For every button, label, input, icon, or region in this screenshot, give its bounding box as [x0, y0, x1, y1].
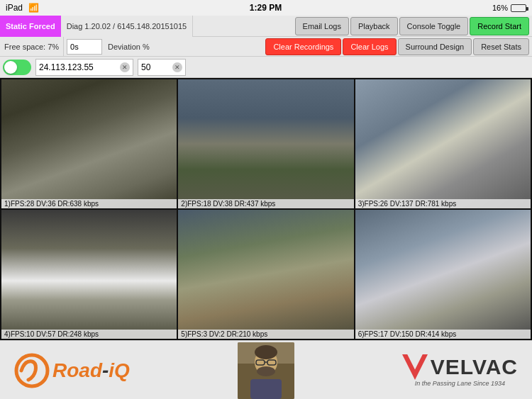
email-logs-button[interactable]: Email Logs — [295, 17, 349, 35]
velvac-logo: VELVAC In the Passing Lane Since 1934 — [402, 354, 518, 387]
status-bar: iPad 📶 1:29 PM 16% — [0, 0, 532, 16]
ip-input-wrap: ✕ — [35, 59, 133, 76]
diag-label: Diag 1.20.02 / 6145.148.20151015 — [61, 16, 193, 37]
deviation-label: Deviation % — [105, 43, 153, 51]
deviation-input-wrap: ✕ — [138, 59, 186, 76]
camera-label-1: 1)FPS:28 DV:36 DR:638 kbps — [1, 199, 177, 208]
seconds-input[interactable] — [67, 39, 102, 55]
camera-cell-3: 3)FPS:26 DV:137 DR:781 kbps — [355, 79, 531, 208]
surround-design-button[interactable]: Surround Design — [398, 38, 472, 55]
control-row-1: Static Forced Diag 1.20.02 / 6145.148.20… — [0, 16, 532, 37]
clear-recordings-button[interactable]: Clear Recordings — [265, 38, 341, 55]
road-iq-text: Road-iQ — [52, 359, 130, 382]
toggle-knob — [4, 61, 17, 74]
svg-point-8 — [257, 366, 275, 376]
svg-point-7 — [255, 345, 277, 359]
deviation-clear-button[interactable]: ✕ — [172, 62, 182, 72]
control-row-2: Free space: 7% Deviation % Clear Recordi… — [0, 37, 532, 57]
center-person-photo — [238, 342, 294, 399]
svg-marker-10 — [402, 354, 428, 380]
top-buttons-2: Clear Recordings Clear Logs Surround Des… — [262, 37, 532, 57]
camera-cell-4: 4)FPS:10 DV:57 DR:248 kbps — [1, 210, 177, 339]
device-label: iPad — [6, 3, 23, 13]
clock: 1:29 PM — [250, 3, 282, 13]
camera-grid: 1)FPS:28 DV:36 DR:638 kbps 2)FPS:18 DV:3… — [0, 78, 532, 340]
wifi-icon: 📶 — [28, 3, 39, 13]
svg-rect-9 — [250, 379, 282, 399]
velvac-text: VELVAC — [431, 355, 518, 379]
battery-icon — [511, 4, 526, 12]
ip-clear-button[interactable]: ✕ — [120, 62, 130, 72]
record-start-button[interactable]: Record Start — [470, 17, 529, 35]
control-row-3: ✕ ✕ — [0, 57, 532, 78]
reset-stats-button[interactable]: Reset Stats — [473, 38, 529, 55]
velvac-v-icon — [402, 354, 428, 380]
camera-label-4: 4)FPS:10 DV:57 DR:248 kbps — [1, 330, 177, 339]
console-toggle-button[interactable]: Console Toggle — [399, 17, 469, 35]
road-iq-icon — [14, 353, 50, 388]
deviation-input[interactable] — [141, 62, 170, 72]
camera-label-3: 3)FPS:26 DV:137 DR:781 kbps — [355, 199, 531, 208]
playback-button[interactable]: Playback — [350, 17, 398, 35]
battery-percent: 16% — [492, 4, 508, 12]
camera-label-5: 5)FPS:3 DV:2 DR:210 kbps — [178, 330, 353, 339]
person-svg — [238, 342, 294, 399]
ip-input[interactable] — [39, 62, 117, 72]
camera-cell-5: 5)FPS:3 DV:2 DR:210 kbps — [178, 210, 353, 339]
toggle-switch[interactable] — [3, 60, 31, 75]
camera-label-6: 6)FPS:17 DV:150 DR:414 kbps — [355, 330, 531, 339]
camera-label-2: 2)FPS:18 DV:38 DR:437 kbps — [178, 199, 353, 208]
velvac-sub: In the Passing Lane Since 1934 — [415, 380, 505, 387]
road-iq-logo: Road-iQ — [14, 353, 130, 388]
camera-cell-1: 1)FPS:28 DV:36 DR:638 kbps — [1, 79, 177, 208]
clear-logs-button[interactable]: Clear Logs — [343, 38, 396, 55]
static-forced-button[interactable]: Static Forced — [0, 16, 61, 37]
camera-cell-6: 6)FPS:17 DV:150 DR:414 kbps — [355, 210, 531, 339]
free-space-label: Free space: 7% — [0, 37, 64, 57]
camera-cell-2: 2)FPS:18 DV:38 DR:437 kbps — [178, 79, 353, 208]
bottom-bar: Road-iQ VELVAC In the — [0, 340, 532, 399]
top-buttons: Email Logs Playback Console Toggle Recor… — [292, 16, 532, 37]
